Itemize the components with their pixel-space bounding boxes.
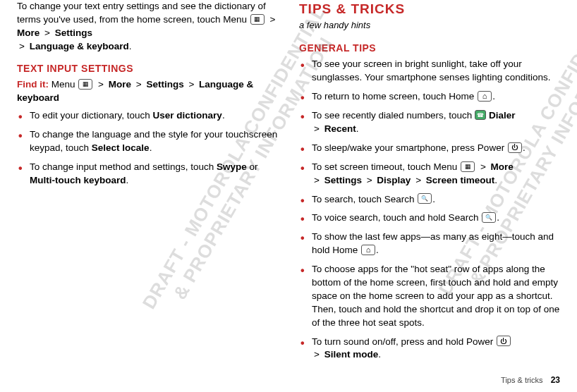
tips-title: TIPS & TRICKS [299, 0, 560, 19]
period: . [356, 123, 359, 134]
period: . [378, 349, 381, 360]
find-it-line: Find it: Menu > More > Settings > Langua… [17, 78, 278, 105]
power-icon [497, 336, 511, 346]
intro-paragraph: To change your text entry settings and s… [17, 0, 278, 54]
tip-text: To voice search, touch and hold Search [312, 212, 478, 223]
list-item: To show the last few apps—as many as eig… [299, 231, 560, 257]
dialer-icon [475, 110, 486, 120]
tips-subtitle: a few handy hints [299, 19, 560, 32]
intro-text: To change your text entry settings and s… [17, 1, 266, 25]
left-column: To change your text entry settings and s… [17, 0, 278, 367]
intro-settings: Settings [55, 27, 92, 38]
list-item: To turn sound on/off, press and hold Pow… [299, 336, 560, 362]
gt-sep: > [480, 161, 486, 172]
list-item: To search, touch Search . [299, 193, 560, 207]
home-icon [478, 91, 492, 102]
footer-label: Tips & tricks [501, 376, 543, 384]
settings-label: Settings [324, 175, 362, 185]
section-heading-text-input: TEXT INPUT SETTINGS [17, 62, 278, 76]
home-icon [361, 245, 375, 255]
page-number: 23 [551, 375, 560, 385]
timeout-label: Screen timeout [426, 175, 495, 185]
list-item: To change the language and the style for… [17, 128, 278, 155]
silent-label: Silent mode [324, 349, 379, 360]
find-it-more: More [109, 79, 131, 90]
section-heading-general: GENERAL TIPS [299, 42, 560, 56]
bullet-text: To change input method and settings, tou… [30, 161, 217, 172]
tip-text: To choose apps for the "hot seat" row of… [312, 264, 559, 328]
page-content: To change your text entry settings and s… [0, 0, 577, 367]
bullet-bold: Swype [217, 161, 247, 172]
bullet-post: . [126, 175, 129, 185]
intro-lang: Language & keyboard [30, 41, 129, 51]
gt-sep: > [270, 14, 276, 25]
more-label: More [491, 161, 514, 172]
bullet-text: To edit your dictionary, touch [30, 110, 153, 121]
list-item: To voice search, touch and hold Search . [299, 212, 560, 225]
list-item: To edit your dictionary, touch User dict… [17, 109, 278, 123]
dialer-label: Dialer [489, 110, 516, 121]
gt-sep: > [188, 79, 194, 90]
menu-icon [78, 79, 92, 90]
tip-text: To show the last few apps—as many as eig… [312, 231, 554, 255]
find-it-label: Find it: [17, 79, 49, 90]
gt-sep: > [19, 41, 25, 51]
display-label: Display [377, 175, 411, 185]
list-item: To change input method and settings, tou… [17, 161, 278, 188]
list-item: To choose apps for the "hot seat" row of… [299, 263, 560, 329]
gt-sep: > [136, 79, 142, 90]
list-item: To sleep/wake your smartphone, press Pow… [299, 142, 560, 155]
period: . [523, 142, 526, 153]
find-it-menu: Menu [51, 79, 75, 90]
gt-sep: > [44, 27, 50, 38]
bullet-bold: Multi-touch keyboard [30, 175, 126, 185]
find-it-settings: Settings [146, 79, 183, 90]
period: . [494, 175, 497, 185]
period: . [376, 245, 379, 255]
tip-text: To sleep/wake your smartphone, press Pow… [312, 142, 504, 153]
menu-icon [250, 14, 265, 25]
period: . [129, 41, 132, 51]
recent-label: Recent [324, 123, 356, 134]
tip-text: To return to home screen, touch Home [312, 91, 474, 102]
bullet-text: To change the language and the style for… [30, 129, 277, 153]
bullet-bold: Select locale [92, 142, 150, 153]
gt-sep: > [314, 349, 320, 360]
tip-text: To search, touch Search [312, 194, 415, 204]
gt-sep: > [314, 123, 320, 134]
gt-sep: > [415, 175, 421, 185]
menu-icon [461, 161, 475, 172]
intro-more: More [17, 27, 40, 38]
list-item: To see recently dialed numbers, touch Di… [299, 109, 560, 136]
search-icon [482, 212, 496, 223]
search-icon [418, 193, 432, 204]
tip-text: To turn sound on/off, press and hold Pow… [312, 336, 493, 347]
bullet-post: . [222, 110, 225, 121]
tips-list: To see your screen in bright sunlight, t… [299, 58, 560, 362]
gt-sep: > [98, 79, 104, 90]
gt-sep: > [314, 175, 320, 185]
list-item: To return to home screen, touch Home . [299, 90, 560, 104]
gt-sep: > [367, 175, 372, 185]
period: . [497, 212, 499, 223]
bullet-bold: User dictionary [153, 110, 222, 121]
list-item: To see your screen in bright sunlight, t… [299, 58, 560, 85]
power-icon [508, 142, 522, 153]
bullet-mid: or [247, 161, 258, 172]
period: . [432, 194, 435, 204]
left-bullet-list: To edit your dictionary, touch User dict… [17, 109, 278, 187]
tip-text: To see recently dialed numbers, touch [312, 110, 472, 121]
period: . [492, 91, 495, 102]
page-footer: Tips & tricks 23 [501, 374, 560, 386]
tip-text: To set screen timeout, touch Menu [312, 161, 457, 172]
list-item: To set screen timeout, touch Menu > More… [299, 161, 560, 188]
right-column: TIPS & TRICKS a few handy hints GENERAL … [299, 0, 560, 367]
bullet-post: . [150, 142, 152, 153]
tip-text: To see your screen in bright sunlight, t… [312, 59, 550, 82]
